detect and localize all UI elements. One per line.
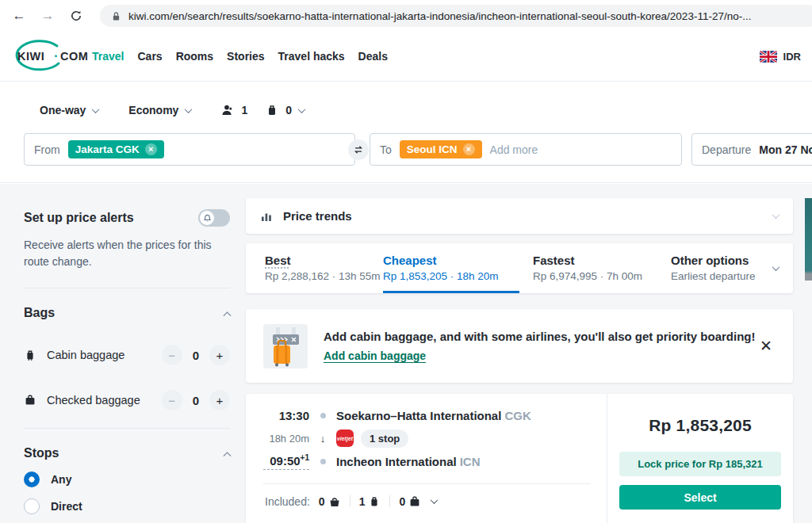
- cabin-baggage-row: Cabin baggage − 0 +: [24, 345, 230, 365]
- bar-chart-icon: [260, 210, 273, 223]
- stops-option-any[interactable]: Any: [24, 471, 230, 487]
- search-controls: One-way Economy 1 0: [40, 104, 304, 116]
- price-alerts-toggle[interactable]: [198, 209, 230, 227]
- address-bar[interactable]: kiwi.com/en/search/results/soekarno-hatt…: [100, 5, 812, 27]
- chevron-down-icon[interactable]: [431, 496, 439, 504]
- to-label: To: [380, 143, 392, 156]
- logo-text-kiwi: KIWI: [17, 50, 44, 63]
- tab-fastest[interactable]: Fastest Rp 6,974,995 · 7h 00m: [533, 243, 671, 293]
- tab-other-options[interactable]: Other options Earliest departure: [671, 243, 773, 293]
- nav-item-travel[interactable]: Travel: [92, 50, 124, 63]
- price-trends-panel[interactable]: Price trends: [246, 198, 793, 234]
- clipped-side-panel: [805, 198, 812, 281]
- departure-row: 13:30 Soekarno–Hatta InternationalCGK: [263, 405, 591, 426]
- swap-locations-button[interactable]: [348, 139, 369, 160]
- browser-back-button[interactable]: ←: [8, 5, 30, 27]
- cabin-bag-icon: [266, 104, 278, 116]
- chevron-down-icon[interactable]: [772, 263, 780, 271]
- bag-count: 0: [285, 104, 292, 116]
- to-field[interactable]: To Seoul ICN × Add more: [370, 133, 682, 166]
- chevron-up-icon: [224, 311, 232, 319]
- cabin-baggage-decrease-button[interactable]: −: [162, 345, 182, 365]
- from-field[interactable]: From Jakarta CGK ×: [24, 133, 355, 166]
- browser-reload-button[interactable]: [65, 5, 87, 27]
- bags-section-header[interactable]: Bags: [24, 306, 230, 320]
- stops-section: Stops Any Direct Up to 1 stop: [24, 446, 230, 523]
- tab-best[interactable]: Best Rp 2,288,162 · 13h 55m: [265, 243, 383, 293]
- add-cabin-baggage-link[interactable]: Add cabin baggage: [324, 349, 426, 362]
- sort-tabs: Best Rp 2,288,162 · 13h 55m Cheapest Rp …: [246, 243, 793, 293]
- separator: [389, 495, 390, 507]
- arrival-time-value: 09:50: [270, 454, 300, 468]
- nav-item-deals[interactable]: Deals: [358, 50, 388, 63]
- down-arrow-icon: ↓: [309, 433, 336, 445]
- tab-detail: Rp 1,853,205 · 18h 20m: [383, 270, 519, 282]
- cabin-class-select[interactable]: Economy: [128, 104, 191, 116]
- tab-label: Best: [265, 254, 383, 267]
- lock-icon: [111, 10, 121, 22]
- flight-result-card[interactable]: 13:30 Soekarno–Hatta InternationalCGK 18…: [246, 394, 793, 523]
- to-chip[interactable]: Seoul ICN ×: [400, 140, 482, 158]
- checked-baggage-decrease-button[interactable]: −: [162, 390, 182, 410]
- stops-section-header[interactable]: Stops: [24, 446, 230, 460]
- person-icon: [221, 104, 234, 116]
- tab-cheapest[interactable]: Cheapest Rp 1,853,205 · 18h 20m: [383, 243, 519, 293]
- kiwi-logo[interactable]: KIWI · COM: [10, 38, 86, 74]
- trip-type-select[interactable]: One-way: [40, 104, 98, 116]
- nav-item-rooms[interactable]: Rooms: [176, 50, 213, 63]
- remove-icon[interactable]: ×: [145, 143, 157, 155]
- stops-option-direct[interactable]: Direct: [24, 498, 230, 514]
- departure-airport-name: Soekarno–Hatta International: [336, 409, 501, 422]
- checked-baggage-count: 0: [193, 394, 199, 407]
- tab-label: Other options: [671, 254, 773, 267]
- nav-item-travel-hacks[interactable]: Travel hacks: [278, 50, 345, 63]
- bags-title: Bags: [24, 306, 55, 320]
- from-chip-label: Jakarta CGK: [75, 143, 140, 155]
- lock-price-button[interactable]: Lock price for Rp 185,321: [619, 452, 781, 476]
- passengers-bags-select[interactable]: 1 0: [221, 104, 304, 116]
- cabin-bag-icon: [24, 349, 36, 361]
- checked-bag-icon: [24, 394, 36, 407]
- flight-details: 13:30 Soekarno–Hatta InternationalCGK 18…: [246, 394, 607, 523]
- segment-row: 18h 20m ↓ vietjet 1 stop: [263, 426, 591, 451]
- remove-icon[interactable]: ×: [463, 143, 475, 155]
- stops-option-label: Direct: [51, 500, 82, 513]
- timeline-dot: [320, 459, 326, 464]
- checked-baggage-stepper: − 0 +: [162, 390, 230, 410]
- chevron-down-icon: [298, 105, 306, 113]
- radio-checked-icon[interactable]: [24, 471, 40, 487]
- departure-field[interactable]: Departure Mon 27 Nov: [691, 133, 812, 166]
- price-alerts-title: Set up price alerts: [24, 211, 134, 225]
- banner-message: Add cabin baggage, and with some airline…: [324, 330, 755, 343]
- sidebar-divider: [24, 288, 230, 288]
- region-currency-selector[interactable]: IDR: [760, 51, 801, 63]
- stops-badge: 1 stop: [361, 429, 408, 448]
- logo-dot: ·: [54, 48, 59, 64]
- checked-baggage-increase-button[interactable]: +: [209, 390, 230, 410]
- checked-bag-icon: [408, 495, 421, 508]
- nav-item-stories[interactable]: Stories: [227, 50, 264, 63]
- chevron-down-icon: [185, 105, 193, 113]
- uk-flag-icon: [760, 51, 777, 63]
- cabin-baggage-increase-button[interactable]: +: [209, 345, 230, 365]
- included-baggage-row[interactable]: Included: 0 1: [263, 483, 591, 518]
- radio-icon[interactable]: [24, 498, 40, 514]
- price-trends-label: Price trends: [283, 209, 352, 223]
- from-chip[interactable]: Jakarta CGK ×: [68, 140, 164, 158]
- nav-item-cars[interactable]: Cars: [137, 50, 162, 63]
- kiwi-search-results-page: ← → kiwi.com/en/search/results/soekarno-…: [0, 0, 812, 523]
- select-button[interactable]: Select: [619, 485, 781, 510]
- to-placeholder: Add more: [490, 143, 538, 156]
- tab-detail: Rp 6,974,995 · 7h 00m: [533, 270, 671, 282]
- cabin-class-value: Economy: [128, 104, 178, 116]
- close-icon[interactable]: ✕: [756, 334, 776, 358]
- stops-option-label: Any: [51, 473, 71, 486]
- departure-airport: Soekarno–Hatta InternationalCGK: [336, 409, 591, 422]
- chevron-down-icon: [92, 105, 100, 113]
- tab-detail: Earliest departure: [671, 270, 773, 282]
- departure-airport-code: CGK: [504, 409, 530, 422]
- included-label: Included:: [265, 495, 310, 508]
- arrival-airport-name: Incheon International: [336, 455, 457, 468]
- cabin-bag-value: 1: [359, 495, 366, 508]
- browser-forward-button[interactable]: →: [36, 5, 59, 27]
